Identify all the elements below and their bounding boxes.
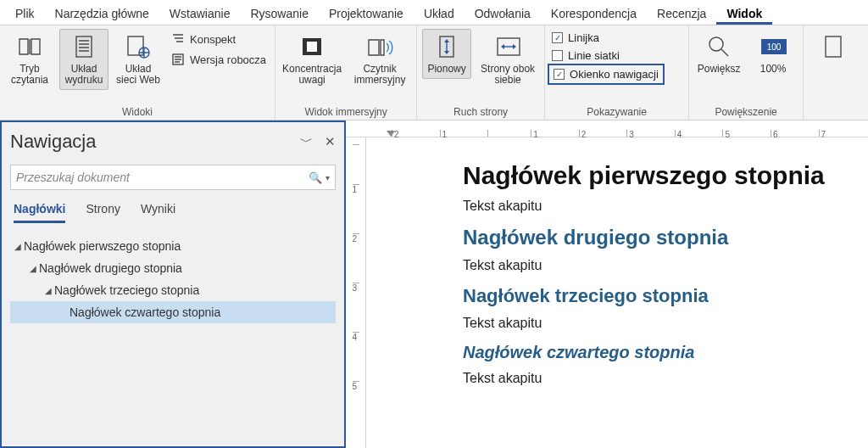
outline-button[interactable]: Konspekt [168, 31, 270, 48]
document-page[interactable]: Nagłówek pierwszego stopnia Tekst akapit… [366, 137, 868, 448]
svg-rect-0 [76, 36, 92, 57]
tree-item-h2[interactable]: ◢ Nagłówek drugiego stopnia [10, 257, 336, 279]
side-by-side-button[interactable]: Strony obok siebie [476, 29, 539, 90]
vertical-button[interactable]: Pionowy [422, 29, 471, 79]
heading-3[interactable]: Nagłówek trzeciego stopnia [463, 285, 868, 307]
gridlines-checkbox[interactable]: Linie siatki [550, 48, 662, 63]
group-views-label: Widoki [5, 104, 270, 120]
focus-mode-label: Koncentracja uwagi [282, 64, 342, 86]
heading-1[interactable]: Nagłówek pierwszego stopnia [463, 161, 868, 190]
paragraph[interactable]: Tekst akapitu [463, 258, 868, 273]
tree-toggle-icon[interactable]: ◢ [27, 264, 39, 273]
navigation-pane-title: Nawigacja [10, 131, 97, 153]
navigation-tabs: Nagłówki Strony Wyniki [10, 202, 336, 223]
tab-draw[interactable]: Rysowanie [240, 2, 318, 25]
tab-mailings[interactable]: Korespondencja [541, 2, 647, 25]
tab-references[interactable]: Odwołania [465, 2, 541, 25]
navigation-pane-checkbox[interactable]: Okienko nawigacji [550, 66, 662, 82]
tab-file[interactable]: Plik [5, 2, 45, 25]
page-icon [820, 33, 847, 60]
zoom-button[interactable]: Powiększ [694, 29, 743, 79]
svg-rect-11 [826, 36, 841, 57]
main-area: Nawigacja ﹀ ✕ 🔍 ▾ Nagłówki Strony Wyniki… [0, 120, 868, 448]
close-pane-button[interactable]: ✕ [325, 134, 336, 150]
tree-item-h3[interactable]: ◢ Nagłówek trzeciego stopnia [10, 279, 336, 301]
tab-layout[interactable]: Układ [414, 2, 465, 25]
web-layout-button[interactable]: Układ sieci Web [114, 29, 163, 90]
tree-item-h4[interactable]: Nagłówek czwartego stopnia [10, 301, 336, 323]
paragraph[interactable]: Tekst akapitu [463, 316, 868, 331]
paragraph[interactable]: Tekst akapitu [463, 371, 868, 386]
svg-text:100: 100 [767, 42, 782, 52]
reading-mode-button[interactable]: Tryb czytania [5, 29, 54, 90]
book-icon [16, 33, 43, 60]
zoom-100-label: 100% [760, 64, 787, 75]
vertical-ruler[interactable]: 1 2 3 4 5 [346, 137, 366, 448]
checkbox-checked-icon [552, 32, 563, 43]
group-zoom-label: Powiększenie [694, 104, 798, 120]
tab-design[interactable]: Projektowanie [319, 2, 414, 25]
ruler-label: Linijka [568, 31, 599, 44]
nav-tab-pages[interactable]: Strony [86, 202, 120, 223]
document-area: 2 1 1 2 3 4 5 6 7 1 2 3 4 5 Nagłówek pie… [346, 120, 868, 448]
svg-point-8 [709, 37, 723, 51]
svg-rect-5 [307, 42, 317, 52]
nav-tab-headings[interactable]: Nagłówki [14, 202, 65, 223]
group-views: Tryb czytania Układ wydruku Układ sieci … [0, 25, 275, 120]
reader-sound-icon [366, 33, 393, 60]
tree-item-label: Nagłówek czwartego stopnia [70, 305, 220, 319]
print-layout-button[interactable]: Układ wydruku [59, 29, 108, 90]
paragraph[interactable]: Tekst akapitu [463, 199, 868, 214]
tab-home[interactable]: Narzędzia główne [45, 2, 159, 25]
magnifier-icon [705, 33, 732, 60]
search-input[interactable] [16, 171, 309, 184]
hundred-percent-icon: 100 [760, 33, 787, 60]
immersive-reader-label: Czytnik immersyjny [351, 64, 409, 86]
tree-toggle-icon[interactable]: ◢ [12, 242, 24, 251]
tree-item-label: Nagłówek trzeciego stopnia [54, 283, 199, 297]
zoom-100-button[interactable]: 100 100% [748, 29, 798, 79]
headings-tree: ◢ Nagłówek pierwszego stopnia ◢ Nagłówek… [10, 235, 336, 323]
group-overflow [804, 25, 863, 120]
immersive-reader-button[interactable]: Czytnik immersyjny [348, 29, 411, 90]
focus-icon [298, 33, 326, 60]
collapse-pane-button[interactable]: ﹀ [300, 134, 313, 150]
nav-tab-results[interactable]: Wyniki [141, 202, 175, 223]
indent-marker-icon[interactable] [387, 131, 395, 137]
tree-item-label: Nagłówek drugiego stopnia [39, 261, 182, 275]
navigation-pane-label: Okienko nawigacji [570, 68, 659, 81]
overflow-button-1[interactable] [809, 29, 858, 64]
web-layout-label: Układ sieci Web [116, 64, 160, 86]
checkbox-unchecked-icon [552, 50, 563, 61]
group-immersive: Koncentracja uwagi Czytnik immersyjny Wi… [275, 25, 417, 120]
outline-label: Konspekt [190, 33, 236, 46]
search-icon[interactable]: 🔍 [309, 171, 322, 184]
tab-review[interactable]: Recenzja [647, 2, 716, 25]
horizontal-arrows-icon [494, 33, 521, 60]
horizontal-ruler[interactable]: 2 1 1 2 3 4 5 6 7 [346, 120, 868, 137]
focus-mode-button[interactable]: Koncentracja uwagi [281, 29, 343, 90]
ribbon-tabs: Plik Narzędzia główne Wstawianie Rysowan… [0, 0, 868, 25]
print-layout-label: Układ wydruku [62, 64, 106, 86]
heading-2[interactable]: Nagłówek drugiego stopnia [463, 226, 868, 249]
tab-view[interactable]: Widok [716, 2, 772, 25]
tab-insert[interactable]: Wstawianie [159, 2, 241, 25]
tree-item-h1[interactable]: ◢ Nagłówek pierwszego stopnia [10, 235, 336, 257]
checkbox-checked-icon [554, 69, 565, 80]
heading-4[interactable]: Nagłówek czwartego stopnia [463, 343, 868, 362]
vertical-label: Pionowy [427, 64, 465, 75]
reading-mode-label: Tryb czytania [8, 64, 52, 86]
draft-button[interactable]: Wersja robocza [168, 51, 270, 68]
group-immersive-label: Widok immersyjny [281, 104, 411, 120]
page-icon [70, 33, 97, 60]
outline-icon [171, 32, 185, 46]
ribbon: Tryb czytania Układ wydruku Układ sieci … [0, 25, 868, 120]
draft-label: Wersja robocza [190, 53, 266, 66]
search-box[interactable]: 🔍 ▾ [10, 165, 336, 190]
tree-toggle-icon[interactable]: ◢ [42, 286, 54, 295]
tree-item-label: Nagłówek pierwszego stopnia [24, 239, 181, 253]
ruler-checkbox[interactable]: Linijka [550, 31, 662, 45]
group-page-movement: Pionowy Strony obok siebie Ruch strony [417, 25, 545, 120]
search-dropdown-icon[interactable]: ▾ [326, 173, 330, 182]
zoom-label: Powiększ [698, 64, 741, 75]
